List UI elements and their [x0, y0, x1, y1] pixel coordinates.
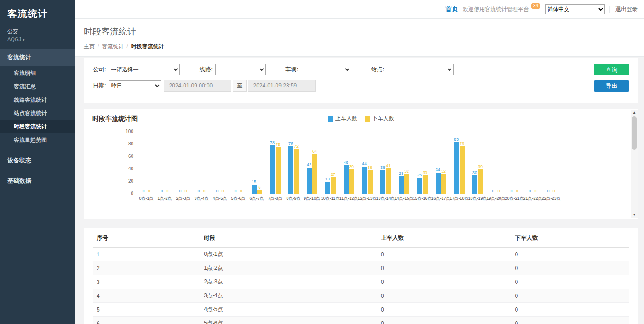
chart-panel: 时段车流统计图 上车人数 下车人数 020406080100 000000000…: [84, 109, 638, 219]
bar-wrap: 0: [160, 189, 165, 194]
bar-group: 7672: [284, 132, 303, 194]
bar-value-label: 0: [552, 189, 555, 193]
bar-value-label: 42: [307, 162, 311, 167]
table-cell: 0: [377, 248, 512, 261]
home-link[interactable]: 首页: [445, 5, 458, 13]
logout-link[interactable]: 退出登录: [610, 6, 638, 13]
x-axis-label: 22点-23点: [542, 196, 560, 202]
table-cell: 0: [511, 248, 629, 261]
sidebar-item-base-data[interactable]: 基础数据: [0, 172, 75, 190]
vehicle-select[interactable]: [301, 64, 351, 75]
query-button[interactable]: 查询: [594, 64, 629, 75]
org-selector[interactable]: AQGJ▾: [0, 36, 75, 49]
bar-value-label: 0: [161, 189, 163, 193]
table-cell: 4: [93, 289, 200, 303]
app-title: 客流统计: [0, 0, 75, 24]
bar-value-label: 0: [240, 189, 242, 193]
company-select[interactable]: ---请选择---: [109, 64, 180, 75]
bar-group: 3039: [468, 132, 487, 194]
table-cell: 0: [377, 289, 512, 303]
bar-wrap: 30: [423, 170, 428, 194]
bar-wrap: 0: [220, 189, 225, 194]
bar-wrap: 26: [417, 173, 422, 194]
org-code-label: AQGJ: [7, 36, 21, 42]
export-button[interactable]: 导出: [594, 80, 629, 92]
x-axis-label: 16点-17点: [431, 196, 450, 202]
sidebar-item-passenger-detail[interactable]: 客流明细: [0, 67, 75, 80]
bar-group: 4264: [303, 132, 321, 194]
bar: [294, 149, 299, 194]
filter-row-2: 日期: 昨日 至: [93, 80, 629, 92]
bar-wrap: 42: [307, 162, 312, 194]
bar-wrap: 15: [252, 179, 257, 194]
bar-wrap: 64: [312, 149, 317, 194]
table-cell: 1: [93, 248, 200, 261]
breadcrumb-passenger-stats[interactable]: 客流统计: [102, 43, 124, 50]
bar-group: 2832: [395, 132, 413, 194]
sidebar-submenu: 客流明细 客流汇总 线路客流统计 站点客流统计 时段客流统计 客流量趋势图: [0, 66, 75, 150]
sidebar-item-passenger-stats[interactable]: 客流统计: [0, 49, 75, 66]
bar: [380, 170, 385, 194]
scroll-down-icon[interactable]: ▼: [631, 212, 638, 218]
content-area: 公司: ---请选择--- 线路: 车辆:: [75, 57, 644, 324]
scrollbar-thumb[interactable]: [632, 116, 637, 150]
bar-group: 2630: [413, 132, 431, 194]
sidebar-item-period-stats[interactable]: 时段客流统计: [0, 120, 75, 133]
bar-group: 00: [192, 132, 211, 194]
bar-value-label: 32: [441, 169, 446, 174]
bar-group: 4438: [358, 132, 376, 194]
plot-area: 0000000000001567875767242641927463944383…: [137, 132, 560, 202]
date-range-separator: 至: [233, 80, 247, 92]
bar-wrap: 0: [178, 189, 183, 194]
date-to-input[interactable]: [248, 80, 316, 92]
sidebar-item-trend-chart[interactable]: 客流量趋势图: [0, 133, 75, 147]
bar-group: 00: [137, 132, 155, 194]
notification-badge[interactable]: 34: [531, 3, 540, 9]
date-preset-select[interactable]: 昨日: [109, 80, 161, 91]
bar: [307, 168, 312, 194]
language-select[interactable]: 简体中文: [545, 4, 605, 14]
table-cell: 0: [511, 275, 629, 289]
table-cell: 0: [377, 317, 512, 324]
bar-wrap: 0: [202, 189, 207, 194]
scroll-up-icon[interactable]: ▲: [631, 110, 638, 116]
bar: [441, 174, 446, 194]
station-select[interactable]: [387, 64, 454, 75]
breadcrumb-home[interactable]: 主页: [84, 43, 95, 50]
legend-item-boarding[interactable]: 上车人数: [328, 115, 357, 122]
x-axis-label: 5点-6点: [229, 196, 247, 202]
bar: [257, 190, 262, 194]
date-from-input[interactable]: [164, 80, 231, 92]
chart-scrollbar[interactable]: ▲ ▼: [631, 110, 638, 218]
bar-group: 00: [505, 132, 523, 194]
bar-wrap: 34: [436, 168, 441, 194]
sidebar-item-station-stats[interactable]: 站点客流统计: [0, 107, 75, 120]
y-axis-tick: 20: [128, 179, 133, 184]
bar: [344, 165, 349, 194]
bar-value-label: 19: [325, 177, 330, 181]
bar-wrap: 0: [509, 189, 514, 194]
sidebar-item-passenger-summary[interactable]: 客流汇总: [0, 80, 75, 93]
legend-label-boarding: 上车人数: [335, 115, 357, 122]
legend-item-alighting[interactable]: 下车人数: [365, 115, 394, 122]
station-label: 站点:: [371, 66, 384, 74]
table-cell: 2: [93, 261, 200, 275]
date-label: 日期:: [93, 82, 106, 90]
bar-value-label: 76: [460, 141, 464, 146]
bar-value-label: 0: [148, 189, 150, 193]
x-axis-label: 20点-21点: [505, 196, 523, 202]
line-label: 线路:: [199, 66, 212, 74]
bar-wrap: 19: [325, 177, 330, 194]
bar-wrap: 76: [288, 141, 293, 194]
bar-value-label: 38: [368, 165, 372, 170]
table-cell: 0: [511, 261, 629, 275]
bar-group: 00: [542, 132, 560, 194]
bar-group: 8376: [450, 132, 468, 194]
x-axis-label: 2点-3点: [174, 196, 192, 202]
line-select[interactable]: [215, 64, 266, 75]
sidebar-item-line-stats[interactable]: 线路客流统计: [0, 93, 75, 107]
bar-value-label: 0: [166, 189, 168, 193]
bar-value-label: 0: [516, 189, 518, 193]
sidebar-item-device-status[interactable]: 设备状态: [0, 151, 75, 170]
x-axis-label: 3点-4点: [192, 196, 211, 202]
